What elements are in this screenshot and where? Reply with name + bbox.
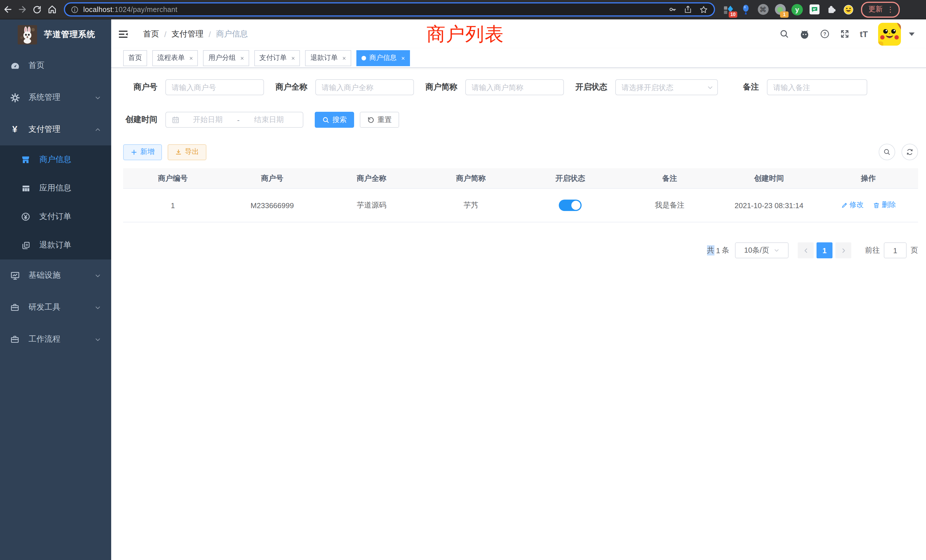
extension-badge: 1 bbox=[780, 11, 788, 17]
col-merchant-id: 商户编号 bbox=[123, 168, 222, 188]
close-icon[interactable]: × bbox=[189, 54, 193, 61]
extensions-row: 10 ⌘ 1 y bbox=[723, 4, 854, 15]
prev-page-button[interactable] bbox=[798, 242, 814, 258]
chevron-down-icon bbox=[95, 94, 101, 101]
tab-merchant-info[interactable]: 商户信息× bbox=[356, 50, 410, 66]
sidebar-item-workflow[interactable]: 工作流程 bbox=[0, 323, 111, 355]
github-icon[interactable] bbox=[799, 29, 809, 39]
refresh-button[interactable] bbox=[902, 144, 918, 160]
address-bar[interactable]: localhost:1024/pay/merchant bbox=[64, 2, 715, 17]
close-icon[interactable]: × bbox=[342, 54, 346, 61]
tab-refund-order[interactable]: 退款订单× bbox=[305, 50, 351, 66]
delete-link[interactable]: 删除 bbox=[873, 200, 896, 210]
col-status: 开启状态 bbox=[520, 168, 620, 188]
copy-icon bbox=[21, 241, 30, 250]
add-button[interactable]: 新增 bbox=[123, 144, 162, 160]
sidebar-item-infrastructure[interactable]: 基础设施 bbox=[0, 259, 111, 291]
extension-puzzle-icon[interactable] bbox=[826, 4, 837, 15]
bookmark-star-icon[interactable] bbox=[699, 5, 708, 14]
back-icon[interactable] bbox=[0, 2, 15, 17]
sidebar-fold-icon[interactable] bbox=[118, 28, 129, 39]
svg-text:?: ? bbox=[823, 31, 826, 36]
goto-page-input[interactable] bbox=[884, 242, 906, 258]
sidebar-item-home[interactable]: 首页 bbox=[0, 50, 111, 82]
sidebar-item-app-info[interactable]: 应用信息 bbox=[0, 174, 111, 203]
browser-menu-icon[interactable]: ⋮ bbox=[887, 5, 894, 14]
breadcrumb-payment[interactable]: 支付管理 bbox=[172, 29, 204, 39]
merchant-table: 商户编号 商户号 商户全称 商户简称 开启状态 备注 创建时间 操作 1 bbox=[123, 168, 918, 222]
short-name-input[interactable] bbox=[465, 79, 564, 95]
tab-process-form[interactable]: 流程表单× bbox=[152, 50, 198, 66]
password-key-icon[interactable] bbox=[668, 5, 677, 14]
breadcrumb-current: 商户信息 bbox=[216, 29, 248, 39]
share-icon[interactable] bbox=[684, 5, 692, 14]
tab-home[interactable]: 首页 bbox=[123, 50, 147, 66]
hide-search-button[interactable] bbox=[879, 144, 895, 160]
sidebar-menu: 首页 系统管理 ¥ 支付管理 商户信息 bbox=[0, 50, 111, 355]
status-toggle[interactable] bbox=[559, 200, 582, 211]
app-logo[interactable]: 芋道管理系统 bbox=[0, 20, 111, 50]
search-button[interactable]: 搜索 bbox=[315, 112, 354, 128]
page-info-icon[interactable] bbox=[71, 5, 79, 14]
filter-row-2: 创建时间 开始日期 - 结束日期 搜索 重置 bbox=[123, 112, 918, 128]
close-icon[interactable]: × bbox=[291, 54, 295, 61]
col-full-name: 商户全称 bbox=[322, 168, 421, 188]
update-button[interactable]: 更新 ⋮ bbox=[861, 2, 900, 17]
col-remark: 备注 bbox=[620, 168, 720, 188]
fullscreen-icon[interactable] bbox=[840, 29, 850, 39]
reset-button[interactable]: 重置 bbox=[360, 112, 399, 128]
tab-user-group[interactable]: 用户分组× bbox=[203, 50, 249, 66]
sidebar-item-payment-order[interactable]: 支付订单 bbox=[0, 203, 111, 231]
merchant-no-input[interactable] bbox=[165, 79, 264, 95]
extension-chat-icon[interactable] bbox=[808, 4, 820, 15]
reload-icon[interactable] bbox=[30, 2, 44, 17]
extension-emoji-avatar[interactable] bbox=[843, 4, 854, 15]
app-title: 芋道管理系统 bbox=[44, 29, 95, 40]
page-number-1[interactable]: 1 bbox=[817, 242, 832, 258]
cell-merchant-no: M233666999 bbox=[222, 188, 322, 222]
edit-link[interactable]: 修改 bbox=[841, 200, 864, 210]
close-icon[interactable]: × bbox=[401, 54, 405, 61]
user-menu-caret-icon[interactable] bbox=[909, 32, 915, 36]
home-icon[interactable] bbox=[44, 2, 59, 17]
full-name-label: 商户全称 bbox=[275, 82, 307, 92]
sidebar-item-dev-tools[interactable]: 研发工具 bbox=[0, 291, 111, 323]
header-search-icon[interactable] bbox=[779, 29, 789, 39]
user-avatar[interactable] bbox=[878, 23, 901, 45]
extension-blocks-icon[interactable]: 10 bbox=[723, 4, 734, 15]
col-merchant-no: 商户号 bbox=[222, 168, 322, 188]
url-text: localhost:1024/pay/merchant bbox=[83, 5, 177, 14]
col-create-time: 创建时间 bbox=[719, 168, 819, 188]
date-range-picker[interactable]: 开始日期 - 结束日期 bbox=[165, 112, 303, 128]
full-name-input[interactable] bbox=[315, 79, 414, 95]
col-actions: 操作 bbox=[819, 168, 918, 188]
export-button[interactable]: 导出 bbox=[168, 144, 206, 160]
status-label: 开启状态 bbox=[575, 82, 607, 92]
page-size-select[interactable]: 10条/页 bbox=[735, 242, 788, 258]
sidebar-item-system[interactable]: 系统管理 bbox=[0, 82, 111, 114]
font-size-icon[interactable]: tT bbox=[860, 29, 868, 39]
cell-create-time: 2021-10-23 08:31:14 bbox=[719, 188, 819, 222]
tabs-bar: 首页 流程表单× 用户分组× 支付订单× 退款订单× 商户信息× bbox=[111, 48, 926, 68]
help-icon[interactable]: ? bbox=[820, 29, 830, 39]
extension-balloon-icon[interactable] bbox=[740, 4, 752, 15]
close-icon[interactable]: × bbox=[241, 54, 244, 61]
forward-icon[interactable] bbox=[15, 2, 30, 17]
extension-recorder-icon[interactable]: 1 bbox=[774, 4, 786, 15]
status-select[interactable] bbox=[615, 79, 718, 95]
status-select-input[interactable] bbox=[615, 79, 718, 95]
sidebar-item-refund-order[interactable]: 退款订单 bbox=[0, 231, 111, 259]
extension-y-icon[interactable]: y bbox=[791, 4, 803, 15]
next-page-button[interactable] bbox=[835, 242, 851, 258]
top-navbar: 首页 / 支付管理 / 商户信息 ? tT bbox=[111, 20, 926, 48]
yen-icon: ¥ bbox=[10, 125, 20, 134]
chevron-down-icon bbox=[95, 336, 101, 342]
breadcrumb-home[interactable]: 首页 bbox=[143, 29, 159, 39]
sidebar-item-payment[interactable]: ¥ 支付管理 bbox=[0, 114, 111, 145]
sidebar-item-merchant-info[interactable]: 商户信息 bbox=[0, 145, 111, 174]
extension-command-icon[interactable]: ⌘ bbox=[757, 4, 769, 15]
tab-payment-order[interactable]: 支付订单× bbox=[254, 50, 300, 66]
remark-input[interactable] bbox=[767, 79, 867, 95]
page-content: 商户号 商户全称 商户简称 开启状态 bbox=[111, 68, 926, 560]
logo-rabbit-image bbox=[18, 25, 37, 44]
